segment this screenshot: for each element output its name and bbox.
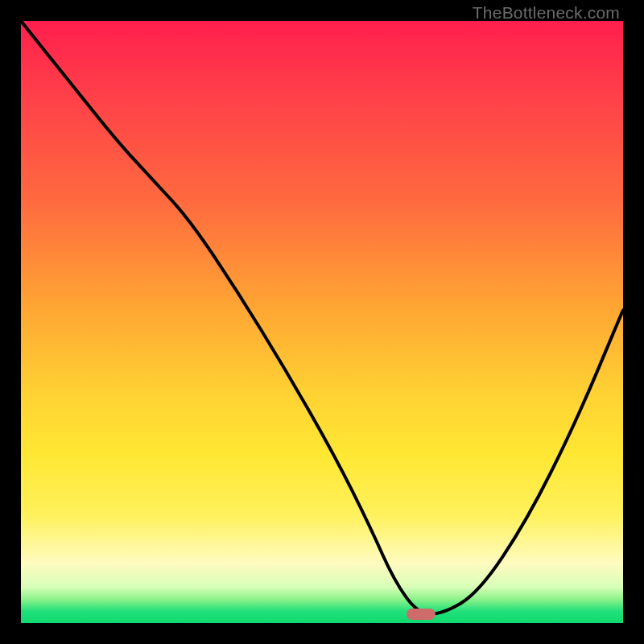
watermark-text: TheBottleneck.com — [473, 3, 620, 23]
curve-path — [21, 21, 623, 614]
optimum-marker-pill — [407, 609, 436, 620]
chart-frame: TheBottleneck.com — [0, 0, 644, 644]
bottleneck-curve — [21, 21, 623, 623]
